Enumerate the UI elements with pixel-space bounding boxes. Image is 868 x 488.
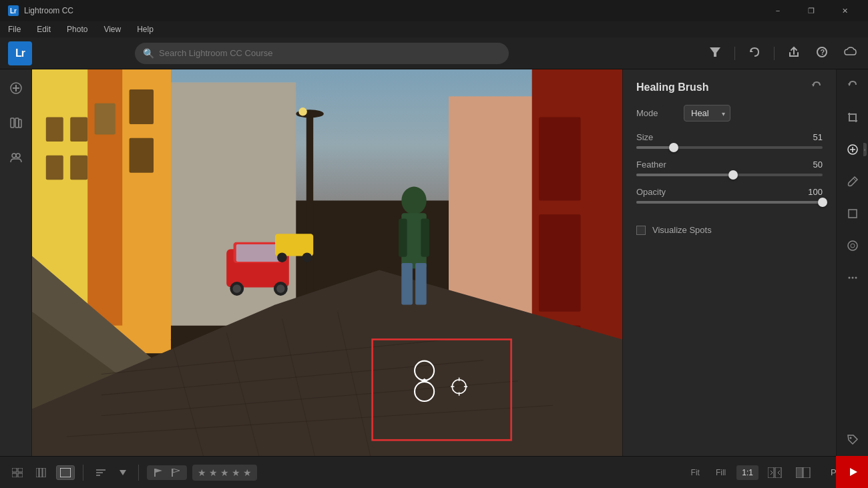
star-3[interactable]: ★ (220, 467, 229, 478)
cloud-button[interactable] (841, 43, 860, 63)
svg-marker-2 (710, 47, 720, 57)
star-2[interactable]: ★ (209, 467, 218, 478)
svg-point-82 (848, 241, 857, 250)
filter-button[interactable] (706, 43, 724, 63)
svg-rect-93 (39, 468, 42, 477)
size-slider-track[interactable] (636, 146, 823, 149)
undo-button[interactable] (746, 43, 763, 63)
filmstrip-view-button[interactable] (32, 465, 51, 480)
svg-rect-36 (539, 214, 580, 312)
mode-select[interactable]: Heal Clone (684, 105, 730, 121)
reject-button[interactable] (168, 467, 183, 478)
size-slider-header: Size 51 (636, 132, 823, 142)
svg-rect-51 (401, 263, 413, 304)
menu-photo[interactable]: Photo (64, 23, 90, 35)
top-toolbar: Lr 🔍 ? (0, 37, 868, 69)
panel-arrow: › (863, 143, 867, 156)
panel-header: Healing Brush (623, 69, 836, 102)
visualize-spots-label: Visualize Spots (652, 225, 712, 235)
menu-help[interactable]: Help (134, 23, 156, 35)
star-1[interactable]: ★ (198, 467, 206, 478)
size-slider-row: Size 51 (636, 132, 823, 149)
sliders-section: Size 51 Feather 50 (623, 128, 836, 218)
rect-select-button[interactable] (842, 203, 863, 224)
svg-line-80 (853, 178, 856, 181)
svg-text:Lr: Lr (10, 7, 17, 15)
menu-view[interactable]: View (101, 23, 124, 35)
fill-button[interactable]: Fill (710, 465, 731, 480)
svg-point-49 (401, 187, 426, 215)
add-button[interactable] (5, 77, 27, 99)
svg-point-13 (16, 154, 20, 158)
panel-title: Healing Brush (636, 81, 708, 93)
svg-rect-95 (60, 468, 71, 477)
feather-slider-thumb[interactable] (728, 170, 738, 180)
svg-rect-111 (803, 467, 810, 478)
opacity-slider-track[interactable] (636, 201, 823, 204)
svg-rect-94 (43, 468, 45, 477)
help-button[interactable]: ? (813, 43, 831, 63)
svg-rect-110 (796, 467, 803, 478)
more-button[interactable] (842, 267, 863, 288)
star-4[interactable]: ★ (232, 467, 240, 478)
split-button[interactable] (792, 465, 815, 481)
people-button[interactable] (5, 147, 27, 168)
search-input[interactable] (135, 43, 509, 64)
fit-button[interactable]: Fit (686, 465, 705, 480)
maximize-button[interactable]: ❐ (796, 0, 827, 21)
radial-filter-button[interactable] (842, 235, 863, 256)
svg-marker-101 (156, 469, 162, 473)
size-label: Size (636, 132, 653, 142)
svg-rect-21 (46, 156, 63, 180)
svg-rect-20 (70, 117, 87, 142)
youtube-button[interactable] (836, 456, 868, 488)
svg-rect-54 (421, 218, 429, 256)
svg-rect-91 (18, 473, 23, 477)
grid-view-button[interactable] (8, 465, 27, 480)
svg-rect-19 (46, 117, 63, 142)
menu-file[interactable]: File (5, 23, 23, 35)
panel-back-icon[interactable] (811, 80, 823, 94)
lr-logo: Lr (8, 41, 32, 65)
svg-marker-75 (812, 84, 815, 87)
opacity-slider-thumb[interactable] (818, 198, 827, 207)
flag-button[interactable] (151, 467, 166, 478)
detail-view-button[interactable] (56, 465, 75, 480)
svg-rect-104 (768, 467, 774, 478)
share-button[interactable] (785, 43, 803, 63)
star-5[interactable]: ★ (243, 467, 252, 478)
svg-rect-90 (12, 473, 17, 477)
compare-button[interactable] (764, 465, 787, 481)
size-slider-thumb[interactable] (669, 143, 678, 152)
svg-line-106 (771, 471, 773, 473)
minimize-button[interactable]: − (763, 0, 793, 21)
svg-point-83 (851, 244, 855, 248)
menu-edit[interactable]: Edit (34, 23, 53, 35)
crop-button[interactable] (842, 107, 863, 128)
sort-dropdown-button[interactable] (116, 467, 130, 478)
library-button[interactable] (5, 112, 27, 134)
visualize-spots-row: Visualize Spots (623, 218, 836, 242)
feather-slider-header: Feather 50 (636, 160, 823, 170)
feather-value: 50 (803, 160, 823, 170)
mode-label: Mode (636, 108, 673, 118)
toolbar-divider-2 (774, 47, 775, 60)
brush-tool-button[interactable] (842, 171, 863, 192)
window-title: Lightroom CC (24, 6, 73, 15)
one-to-one-button[interactable]: 1:1 (736, 465, 758, 480)
healing-button[interactable]: › (842, 139, 863, 160)
visualize-spots-checkbox[interactable] (636, 226, 646, 235)
close-button[interactable]: ✕ (829, 0, 860, 21)
opacity-slider-header: Opacity 100 (636, 187, 823, 197)
sort-button[interactable] (91, 465, 110, 480)
svg-rect-100 (154, 469, 156, 477)
bottom-toolbar: ★ ★ ★ ★ ★ Fit Fill 1:1 Presets (0, 456, 868, 488)
left-sidebar (0, 69, 32, 456)
main-layout: Healing Brush Mode Heal Clone (0, 69, 868, 456)
tag-button[interactable] (842, 429, 863, 451)
edit-back-button[interactable] (842, 75, 863, 96)
feather-slider-track[interactable] (636, 174, 823, 176)
photo-area[interactable] (32, 69, 622, 456)
mode-row: Mode Heal Clone (623, 102, 836, 128)
svg-line-108 (778, 471, 780, 473)
